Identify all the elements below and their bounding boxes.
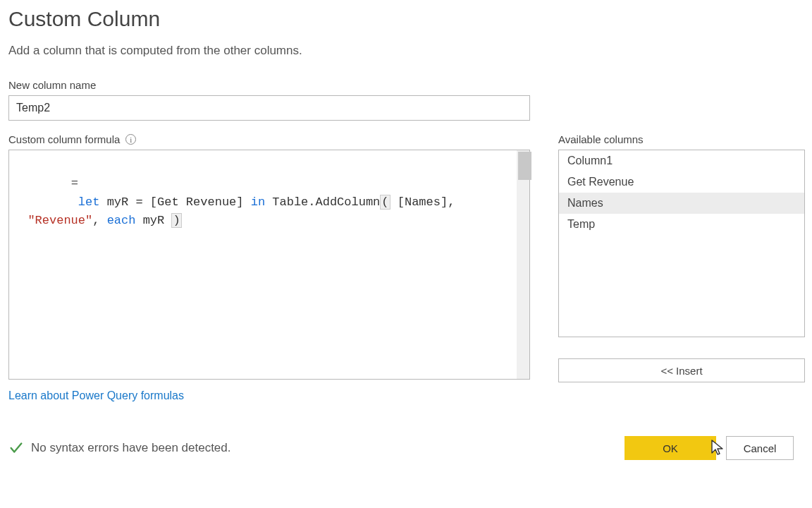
available-column-item[interactable]: Temp — [559, 214, 804, 235]
tok-lparen: ( — [380, 195, 390, 210]
ok-button[interactable]: OK — [625, 436, 716, 460]
tok-close2: ], — [441, 195, 455, 209]
available-column-item[interactable]: Names — [559, 193, 804, 214]
tok-indent — [13, 214, 27, 227]
dialog-subtitle: Add a column that is computed from the o… — [8, 44, 804, 58]
insert-button[interactable]: << Insert — [558, 358, 805, 382]
kw-each: each — [107, 214, 136, 227]
tok-ref1: Get Revenue — [157, 195, 236, 209]
tok-close1: ] — [236, 195, 250, 209]
tok-assign: = — [135, 195, 142, 209]
tok-fn: Table.AddColumn — [265, 195, 380, 209]
available-column-item[interactable]: Column1 — [559, 150, 804, 171]
dialog-title: Custom Column — [8, 7, 804, 31]
formula-scrollbar[interactable] — [517, 150, 529, 379]
formula-eq: = — [71, 176, 78, 190]
check-icon — [8, 440, 24, 456]
tok-tail: myR — [135, 214, 171, 227]
kw-let: let — [78, 195, 100, 209]
tok-var: myR — [99, 195, 135, 209]
formula-label: Custom column formula — [8, 133, 120, 145]
formula-scrollbar-thumb[interactable] — [518, 152, 531, 180]
cancel-button[interactable]: Cancel — [726, 436, 794, 460]
tok-open2: [ — [390, 195, 405, 209]
tok-rparen: ) — [171, 213, 181, 228]
new-column-name-label: New column name — [8, 79, 804, 91]
new-column-name-input[interactable] — [8, 95, 530, 121]
tok-open1: [ — [143, 195, 157, 209]
tok-comma: , — [92, 214, 106, 227]
formula-help-link[interactable]: Learn about Power Query formulas — [8, 389, 184, 402]
available-column-item[interactable]: Get Revenue — [559, 171, 804, 193]
available-columns-list[interactable]: Column1Get RevenueNamesTemp — [558, 150, 805, 337]
kw-in: in — [251, 195, 265, 209]
formula-editor[interactable]: = let myR = [Get Revenue] in Table.AddCo… — [8, 150, 530, 380]
tok-str: "Revenue" — [27, 214, 92, 227]
status-text: No syntax errors have been detected. — [31, 441, 231, 455]
available-columns-label: Available columns — [558, 133, 805, 145]
info-icon[interactable]: i — [125, 134, 136, 145]
tok-ref2: Names — [405, 195, 441, 209]
